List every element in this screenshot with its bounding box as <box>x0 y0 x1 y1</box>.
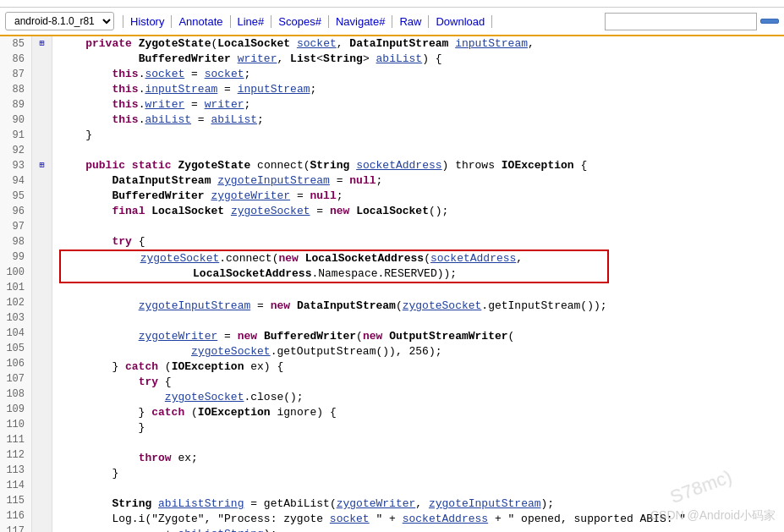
version-select[interactable]: android-8.1.0_r81 <box>5 12 114 30</box>
line-number: 90 <box>3 112 28 128</box>
gutter-cell <box>32 402 52 417</box>
gutter-cell <box>32 112 52 128</box>
gutter-cell <box>32 524 52 532</box>
code-line: zygoteSocket.connect(new LocalSocketAddr… <box>61 251 607 266</box>
code-line: try { <box>59 234 777 250</box>
code-line: } catch (IOException ex) { <box>59 359 777 375</box>
code-line <box>59 314 777 329</box>
gutter: ⊞⊞ <box>32 36 52 532</box>
code-lines: private ZygoteState(LocalSocket socket, … <box>52 36 784 532</box>
search-input[interactable] <box>605 13 757 30</box>
line-number: 101 <box>3 280 28 295</box>
line-number: 108 <box>3 387 28 402</box>
gutter-cell <box>32 189 52 204</box>
line-number: 115 <box>3 493 28 508</box>
gutter-cell: ⊞ <box>32 158 52 173</box>
line-number: 110 <box>3 417 28 432</box>
code-area: 8586878889909192939495969798991001011021… <box>0 36 784 532</box>
code-line: } <box>59 466 777 481</box>
code-line: this.socket = socket; <box>59 67 777 82</box>
gutter-cell <box>32 295 52 310</box>
gutter-cell: ⊞ <box>32 36 52 52</box>
gutter-cell <box>32 219 52 234</box>
code-line: try { <box>59 375 777 390</box>
gutter-cell <box>32 463 52 478</box>
line-number: 94 <box>3 173 28 189</box>
gutter-cell <box>32 432 52 447</box>
line-number: 88 <box>3 82 28 97</box>
gutter-cell <box>32 326 52 341</box>
search-button[interactable] <box>760 19 779 24</box>
code-line <box>59 219 777 234</box>
nav-bar: android-8.1.0_r81 History Annotate Line#… <box>0 8 784 36</box>
line-number: 109 <box>3 402 28 417</box>
gutter-cell <box>32 173 52 189</box>
line-number: 96 <box>3 204 28 219</box>
code-line: zygoteWriter = new BufferedWriter(new Ou… <box>59 329 777 344</box>
code-line: this.abiList = abiList; <box>59 112 777 128</box>
gutter-cell <box>32 67 52 82</box>
code-line: Log.i("Zygote", "Process: zygote socket … <box>59 512 777 527</box>
line-number: 100 <box>3 265 28 280</box>
gutter-cell <box>32 280 52 295</box>
line-number: 89 <box>3 97 28 112</box>
line-numbers: 8586878889909192939495969798991001011021… <box>0 36 32 532</box>
line-number: 117 <box>3 524 28 532</box>
line-number: 95 <box>3 189 28 204</box>
code-line: BufferedWriter zygoteWriter = null; <box>59 189 777 204</box>
line-number: 97 <box>3 219 28 234</box>
nav-download[interactable]: Download <box>429 15 492 28</box>
breadcrumb-bar <box>0 0 784 8</box>
code-line: LocalSocketAddress.Namespace.RESERVED)); <box>61 266 607 282</box>
code-line <box>59 143 777 158</box>
gutter-cell <box>32 143 52 158</box>
line-number: 92 <box>3 143 28 158</box>
gutter-cell <box>32 356 52 371</box>
gutter-cell <box>32 508 52 524</box>
line-number: 112 <box>3 447 28 463</box>
line-number: 104 <box>3 326 28 341</box>
nav-history[interactable]: History <box>123 15 172 28</box>
code-line: + abiListString); <box>59 527 777 532</box>
nav-scopes[interactable]: Scopes# <box>271 15 329 28</box>
gutter-cell <box>32 204 52 219</box>
line-number: 105 <box>3 341 28 356</box>
code-line: zygoteInputStream = new DataInputStream(… <box>59 299 777 314</box>
line-number: 98 <box>3 234 28 250</box>
line-number: 99 <box>3 250 28 265</box>
gutter-cell <box>32 341 52 356</box>
gutter-cell <box>32 265 52 280</box>
code-line: zygoteSocket.close(); <box>59 390 777 405</box>
code-line: BufferedWriter writer, List<String> abiL… <box>59 52 777 67</box>
code-line: } catch (IOException ignore) { <box>59 405 777 420</box>
code-line: final LocalSocket zygoteSocket = new Loc… <box>59 204 777 219</box>
nav-navigate[interactable]: Navigate# <box>329 15 393 28</box>
gutter-cell <box>32 250 52 265</box>
code-line: String abiListString = getAbiList(zygote… <box>59 496 777 512</box>
nav-annotate[interactable]: Annotate <box>172 15 230 28</box>
line-number: 103 <box>3 310 28 326</box>
code-line: zygoteSocket.getOutputStream()), 256); <box>59 344 777 359</box>
gutter-cell <box>32 310 52 326</box>
code-line: throw ex; <box>59 451 777 466</box>
line-number: 113 <box>3 463 28 478</box>
gutter-cell <box>32 371 52 387</box>
gutter-cell <box>32 447 52 463</box>
line-number: 86 <box>3 52 28 67</box>
code-line: } <box>59 420 777 436</box>
code-line: } <box>59 128 777 143</box>
code-line: DataInputStream zygoteInputStream = null… <box>59 173 777 189</box>
gutter-cell <box>32 97 52 112</box>
code-line: this.inputStream = inputStream; <box>59 82 777 97</box>
line-number: 85 <box>3 36 28 52</box>
line-number: 114 <box>3 478 28 493</box>
nav-lineno[interactable]: Line# <box>231 15 272 28</box>
line-number: 111 <box>3 432 28 447</box>
code-line: public static ZygoteState connect(String… <box>59 158 777 173</box>
line-number: 93 <box>3 158 28 173</box>
gutter-cell <box>32 417 52 432</box>
nav-raw[interactable]: Raw <box>392 15 429 28</box>
code-line <box>59 436 777 451</box>
line-number: 107 <box>3 371 28 387</box>
line-number: 87 <box>3 67 28 82</box>
